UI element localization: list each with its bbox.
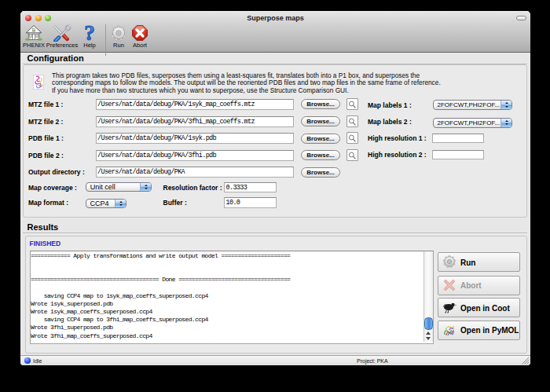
svg-text:?: ?	[84, 24, 95, 42]
